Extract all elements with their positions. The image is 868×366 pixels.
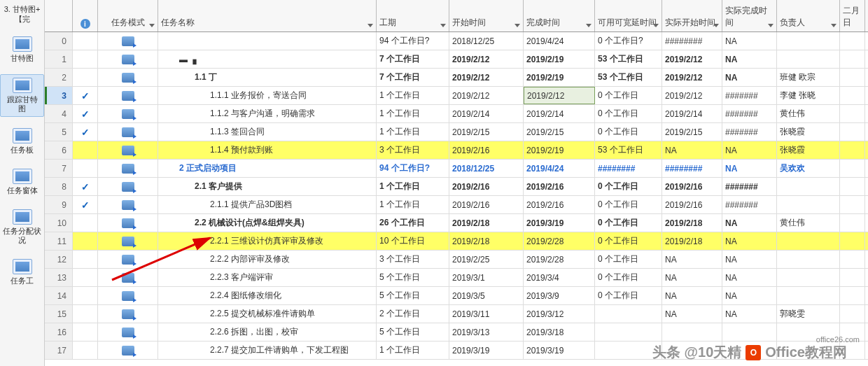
feb-cell[interactable] xyxy=(840,232,865,250)
feb-cell[interactable] xyxy=(840,287,865,304)
duration-cell[interactable]: 1 个工作日 xyxy=(377,178,449,195)
mode-cell[interactable] xyxy=(98,214,158,232)
slack-cell[interactable]: 0 个工作日 xyxy=(595,232,662,250)
actual-start-cell[interactable]: ######## xyxy=(662,160,722,177)
finish-cell[interactable]: 2019/2/14 xyxy=(524,105,595,122)
finish-cell[interactable]: 2019/3/18 xyxy=(524,323,595,341)
actual-start-cell[interactable]: 2019/2/18 xyxy=(662,232,722,250)
owner-cell[interactable] xyxy=(777,287,840,304)
actual-finish-cell[interactable]: NA xyxy=(722,251,777,268)
start-cell[interactable]: 2019/3/5 xyxy=(449,287,524,304)
owner-cell[interactable]: 李健 张晓 xyxy=(777,87,840,104)
actual-finish-cell[interactable]: ####### xyxy=(722,178,777,195)
col-header-start[interactable]: 开始时间 xyxy=(449,0,524,31)
start-cell[interactable]: 2019/2/18 xyxy=(449,232,524,250)
finish-cell[interactable]: 2019/3/19 xyxy=(524,342,595,359)
indicator-cell[interactable]: ✓ xyxy=(73,87,98,104)
owner-cell[interactable] xyxy=(777,50,840,68)
finish-cell[interactable]: 2019/2/12 xyxy=(524,87,595,104)
mode-cell[interactable] xyxy=(98,69,158,86)
actual-finish-cell[interactable]: ####### xyxy=(722,87,777,104)
actual-finish-cell[interactable]: NA xyxy=(722,50,777,68)
slack-cell[interactable]: 53 个工作日 xyxy=(595,69,662,86)
slack-cell[interactable]: 0 个工作日 xyxy=(595,287,662,304)
task-name-cell[interactable]: 2.2.3 客户端评审 xyxy=(158,269,377,286)
slack-cell[interactable]: ######## xyxy=(595,160,662,177)
actual-finish-cell[interactable]: NA xyxy=(722,141,777,159)
col-header-mode[interactable]: 任务模式 xyxy=(98,0,158,31)
feb-cell[interactable] xyxy=(840,269,865,286)
table-row[interactable]: 162.2.6 拆图，出图，校审5 个工作日2019/3/132019/3/18 xyxy=(45,323,868,342)
actual-finish-cell[interactable] xyxy=(722,323,777,341)
actual-start-cell[interactable] xyxy=(662,323,722,341)
duration-cell[interactable]: 3 个工作日 xyxy=(377,141,449,159)
slack-cell[interactable]: 0 个工作日 xyxy=(595,105,662,122)
duration-cell[interactable]: 94 个工作日? xyxy=(377,160,449,177)
row-id[interactable]: 5 xyxy=(45,123,73,141)
slack-cell[interactable]: 0 个工作日 xyxy=(595,87,662,104)
actual-finish-cell[interactable]: NA xyxy=(722,232,777,250)
finish-cell[interactable]: 2019/2/28 xyxy=(524,232,595,250)
actual-start-cell[interactable]: NA xyxy=(662,269,722,286)
table-row[interactable]: 152.2.5 提交机械标准件请购单2 个工作日2019/3/112019/3/… xyxy=(45,305,868,323)
duration-cell[interactable]: 1 个工作日 xyxy=(377,342,449,359)
finish-cell[interactable]: 2019/4/24 xyxy=(524,160,595,177)
owner-cell[interactable] xyxy=(777,251,840,268)
duration-cell[interactable]: 5 个工作日 xyxy=(377,287,449,304)
task-name-cell[interactable]: 1.1 丁 xyxy=(158,69,377,86)
row-id[interactable]: 13 xyxy=(45,269,73,286)
table-row[interactable]: 142.2.4 图纸修改细化5 个工作日2019/3/52019/3/90 个工… xyxy=(45,287,868,305)
feb-cell[interactable] xyxy=(840,50,865,68)
indicator-cell[interactable] xyxy=(73,50,98,68)
col-header-afinish[interactable]: 实际完成时间 xyxy=(722,0,777,31)
mode-cell[interactable] xyxy=(98,342,158,359)
col-header-info[interactable]: i xyxy=(73,0,98,31)
duration-cell[interactable]: 26 个工作日 xyxy=(377,214,449,232)
duration-cell[interactable]: 1 个工作日 xyxy=(377,196,449,213)
start-cell[interactable]: 2018/12/25 xyxy=(449,32,524,50)
mode-cell[interactable] xyxy=(98,232,158,250)
actual-start-cell[interactable]: NA xyxy=(662,251,722,268)
finish-cell[interactable]: 2019/3/4 xyxy=(524,269,595,286)
task-name-cell[interactable]: 2.2.2 内部评审及修改 xyxy=(158,251,377,268)
task-name-cell[interactable]: 1.1.1 业务报价，寄送合同 xyxy=(158,87,377,104)
sidebar-item-taskboard[interactable]: 任务板 xyxy=(8,125,36,157)
indicator-cell[interactable] xyxy=(73,160,98,177)
start-cell[interactable]: 2019/2/12 xyxy=(449,87,524,104)
feb-cell[interactable] xyxy=(840,160,865,177)
duration-cell[interactable]: 5 个工作日 xyxy=(377,269,449,286)
indicator-cell[interactable]: ✓ xyxy=(73,178,98,195)
mode-cell[interactable] xyxy=(98,32,158,50)
actual-finish-cell[interactable]: NA xyxy=(722,287,777,304)
start-cell[interactable]: 2019/2/25 xyxy=(449,251,524,268)
slack-cell[interactable]: 0 个工作日 xyxy=(595,214,662,232)
actual-start-cell[interactable]: 2019/2/12 xyxy=(662,50,722,68)
finish-cell[interactable]: 2019/2/19 xyxy=(524,141,595,159)
table-row[interactable]: 132.2.3 客户端评审5 个工作日2019/3/12019/3/40 个工作… xyxy=(45,269,868,287)
actual-finish-cell[interactable]: ####### xyxy=(722,196,777,213)
col-header-feb[interactable]: 二月日 xyxy=(840,0,865,31)
table-row[interactable]: 21.1 丁7 个工作日2019/2/122019/2/1953 个工作日201… xyxy=(45,69,868,87)
actual-start-cell[interactable]: NA xyxy=(662,305,722,323)
indicator-cell[interactable] xyxy=(73,269,98,286)
indicator-cell[interactable] xyxy=(73,287,98,304)
actual-start-cell[interactable]: NA xyxy=(662,287,722,304)
mode-cell[interactable] xyxy=(98,269,158,286)
owner-cell[interactable] xyxy=(777,269,840,286)
table-row[interactable]: 61.1.4 预付款到账3 个工作日2019/2/162019/2/1953 个… xyxy=(45,141,868,160)
indicator-cell[interactable] xyxy=(73,251,98,268)
mode-cell[interactable] xyxy=(98,323,158,341)
duration-cell[interactable]: 7 个工作日 xyxy=(377,69,449,86)
indicator-cell[interactable] xyxy=(73,69,98,86)
slack-cell[interactable]: 53 个工作日 xyxy=(595,50,662,68)
table-row[interactable]: 102.2 机械设计(点焊&组焊夹具)26 个工作日2019/2/182019/… xyxy=(45,214,868,232)
col-header-owner[interactable]: 负责人 xyxy=(777,0,840,31)
feb-cell[interactable] xyxy=(840,87,865,104)
row-id[interactable]: 17 xyxy=(45,342,73,359)
finish-cell[interactable]: 2019/2/19 xyxy=(524,69,595,86)
mode-cell[interactable] xyxy=(98,87,158,104)
owner-cell[interactable]: 张晓霞 xyxy=(777,123,840,141)
finish-cell[interactable]: 2019/2/16 xyxy=(524,196,595,213)
duration-cell[interactable]: 2 个工作日 xyxy=(377,305,449,323)
slack-cell[interactable] xyxy=(595,305,662,323)
